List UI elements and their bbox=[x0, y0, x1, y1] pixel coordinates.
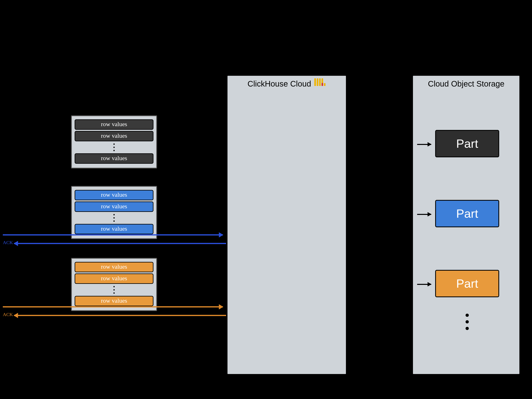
row-pill: row values bbox=[75, 296, 153, 306]
clickhouse-logo-icon bbox=[314, 78, 326, 86]
ack-label-orange: ACK bbox=[3, 312, 13, 317]
row-pill: row values bbox=[75, 262, 153, 272]
batch-dark: row values row values ··· row values bbox=[71, 115, 157, 168]
part-dark: Part bbox=[435, 130, 499, 157]
row-pill: row values bbox=[75, 224, 153, 234]
arrow-to-part-dark bbox=[417, 144, 431, 145]
arrow-orange-ack bbox=[14, 315, 226, 316]
row-pill: row values bbox=[75, 153, 153, 164]
arrow-blue-ack bbox=[14, 243, 226, 244]
row-pill: row values bbox=[75, 119, 153, 130]
vertical-ellipsis-icon: ··· bbox=[75, 213, 153, 223]
arrow-to-part-orange bbox=[417, 284, 431, 285]
parts-ellipsis-icon: ••• bbox=[463, 312, 471, 332]
vertical-ellipsis-icon: ··· bbox=[75, 285, 153, 295]
batch-orange: row values row values ··· row values bbox=[71, 258, 157, 311]
vertical-ellipsis-icon: ··· bbox=[75, 143, 153, 152]
storage-title: Cloud Object Storage bbox=[413, 76, 519, 88]
arrow-to-part-blue bbox=[417, 214, 431, 215]
clickhouse-title: ClickHouse Cloud bbox=[247, 76, 311, 88]
clickhouse-cloud-panel: ClickHouse Cloud bbox=[227, 75, 347, 375]
arrow-blue-to-clickhouse bbox=[3, 234, 223, 236]
part-blue: Part bbox=[435, 200, 499, 227]
arrow-orange-to-clickhouse bbox=[3, 306, 223, 307]
ack-label-blue: ACK bbox=[3, 240, 13, 245]
batch-blue: row values row values ··· row values bbox=[71, 186, 157, 239]
part-orange: Part bbox=[435, 270, 499, 297]
row-pill: row values bbox=[75, 190, 153, 200]
